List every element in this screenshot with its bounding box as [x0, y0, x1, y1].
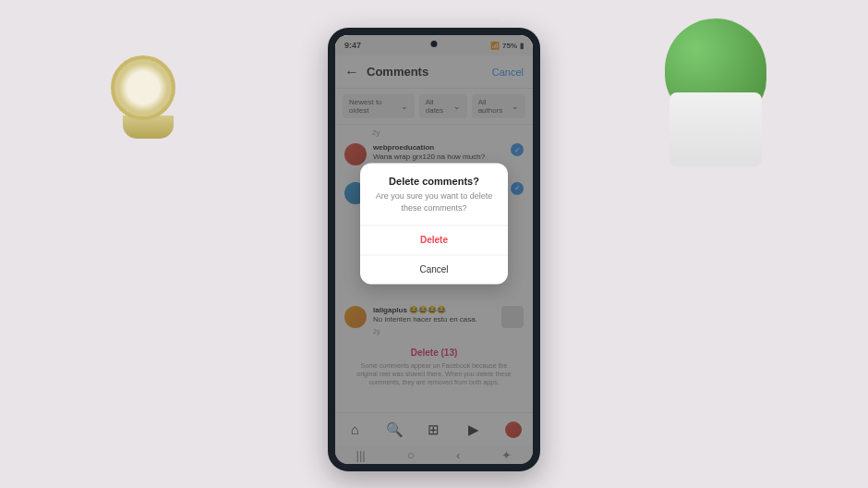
- avatar: [344, 306, 367, 328]
- battery-icon: ▮: [520, 42, 524, 50]
- back-button[interactable]: ‹: [456, 448, 460, 462]
- bottom-nav: ⌂ 🔍 ⊞ ▶: [335, 412, 533, 445]
- signal-icon: 📶: [490, 42, 500, 50]
- page-title: Comments: [367, 65, 492, 79]
- home-icon[interactable]: ⌂: [346, 421, 363, 438]
- back-icon[interactable]: ←: [344, 64, 359, 80]
- authors-filter-label: All authors: [478, 98, 509, 115]
- delete-selected-button[interactable]: Delete (13): [335, 340, 533, 361]
- desk-plant: [656, 18, 776, 166]
- search-icon[interactable]: 🔍: [386, 421, 403, 438]
- recents-button[interactable]: |||: [356, 448, 366, 462]
- home-button[interactable]: ○: [407, 448, 415, 462]
- dates-filter-label: All dates: [426, 98, 451, 115]
- status-time: 9:47: [344, 41, 361, 50]
- phone-device: 9:47 📶 75% ▮ ← Comments Cancel Newest to…: [328, 28, 540, 471]
- profile-icon[interactable]: [505, 421, 522, 438]
- comment-emoji: 😂😂😂😂: [409, 306, 446, 314]
- dialog-cancel-button[interactable]: Cancel: [360, 255, 508, 285]
- sort-filter[interactable]: Newest to oldest: [343, 94, 415, 118]
- avatar: [344, 143, 367, 165]
- comment-username: laligaplus: [373, 306, 407, 314]
- comment-text: No intenten hacer esto en casa.: [373, 315, 495, 324]
- header-cancel-button[interactable]: Cancel: [492, 67, 524, 78]
- selected-check-icon[interactable]: ✓: [511, 143, 524, 156]
- comment-thumbnail: [501, 306, 524, 328]
- delete-dialog: Delete comments? Are you sure you want t…: [360, 164, 508, 285]
- comment-text: Wana wrap grx120 na how much?: [373, 152, 504, 162]
- comment-time: 2y: [373, 327, 495, 336]
- selected-check-icon[interactable]: ✓: [511, 182, 524, 195]
- create-icon[interactable]: ⊞: [426, 421, 442, 438]
- camera-hole: [431, 41, 438, 47]
- battery-text: 75%: [502, 42, 517, 50]
- sort-filter-label: Newest to oldest: [349, 98, 398, 115]
- dialog-delete-button[interactable]: Delete: [360, 226, 508, 255]
- time-separator: 2y: [335, 125, 533, 139]
- comment-username: webproeducation: [373, 143, 434, 152]
- system-nav: ||| ○ ‹ ✦: [335, 445, 533, 464]
- authors-filter[interactable]: All authors: [472, 94, 525, 118]
- header: ← Comments Cancel: [335, 55, 533, 89]
- filter-bar: Newest to oldest All dates All authors: [335, 89, 533, 125]
- disclaimer-text: Some comments appear on Facebook because…: [335, 361, 533, 386]
- phone-screen: 9:47 📶 75% ▮ ← Comments Cancel Newest to…: [335, 35, 533, 464]
- dates-filter[interactable]: All dates: [419, 94, 467, 118]
- status-indicators: 📶 75% ▮: [490, 42, 524, 50]
- dialog-message: Are you sure you want to delete these co…: [360, 191, 508, 226]
- accessibility-button[interactable]: ✦: [501, 448, 512, 462]
- dialog-title: Delete comments?: [360, 164, 508, 191]
- desk-clock: [111, 55, 185, 148]
- reels-icon[interactable]: ▶: [465, 421, 482, 438]
- comment-row[interactable]: laligaplus 😂😂😂😂 No intenten hacer esto e…: [335, 301, 533, 340]
